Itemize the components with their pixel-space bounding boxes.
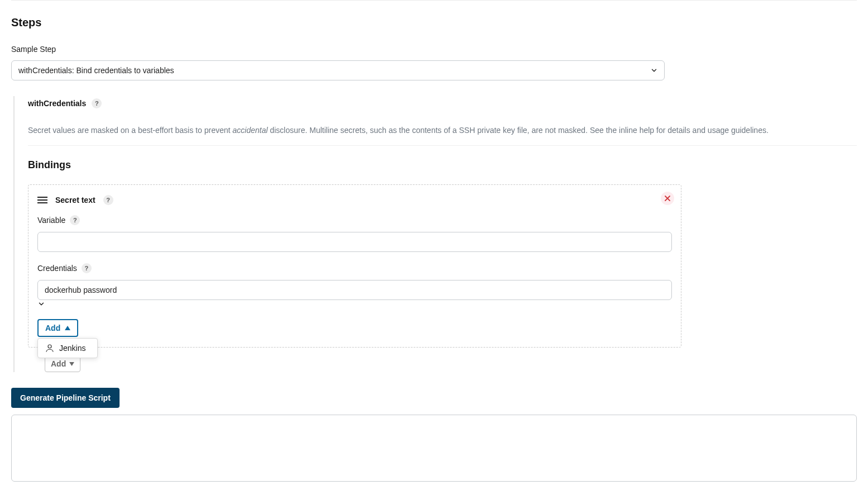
step-name: withCredentials [28,99,86,108]
svg-point-6 [48,345,51,348]
sample-step-label: Sample Step [11,45,857,54]
dropdown-item-jenkins[interactable]: Jenkins [38,339,97,358]
caret-up-icon [65,326,70,330]
add-binding-label: Add [51,359,66,368]
binding-type-label: Secret text [55,196,96,205]
drag-handle-icon[interactable] [37,196,47,204]
help-icon[interactable]: ? [82,263,92,273]
variable-input[interactable] [37,232,672,252]
credentials-select[interactable] [37,280,672,300]
steps-heading: Steps [11,16,857,29]
svg-marker-7 [69,362,74,366]
dropdown-item-label: Jenkins [59,344,85,353]
sample-step-select-wrap[interactable] [11,60,665,80]
step-description: Secret values are masked on a best-effor… [28,124,857,136]
bindings-heading: Bindings [28,159,857,171]
add-credential-dropdown: Jenkins [37,338,98,358]
credentials-label: Credentials [37,264,77,273]
svg-marker-5 [65,326,70,330]
help-icon[interactable]: ? [92,98,102,108]
credentials-select-wrap[interactable] [37,280,672,308]
help-icon[interactable]: ? [103,195,113,205]
close-icon [665,196,670,201]
jenkins-icon [45,343,55,353]
help-icon[interactable]: ? [70,215,80,225]
sample-step-select[interactable] [11,60,665,80]
pipeline-script-output[interactable] [11,415,857,482]
add-credential-label: Add [45,324,60,332]
chevron-down-icon [37,300,672,308]
remove-binding-button[interactable] [661,192,674,205]
add-credential-button[interactable]: Add [37,319,78,337]
caret-down-icon [69,362,74,366]
variable-label: Variable [37,216,65,225]
binding-card: Secret text ? Variable ? Credentials ? [28,184,681,348]
generate-pipeline-script-button[interactable]: Generate Pipeline Script [11,388,120,408]
with-credentials-block: withCredentials ? Secret values are mask… [13,96,857,372]
